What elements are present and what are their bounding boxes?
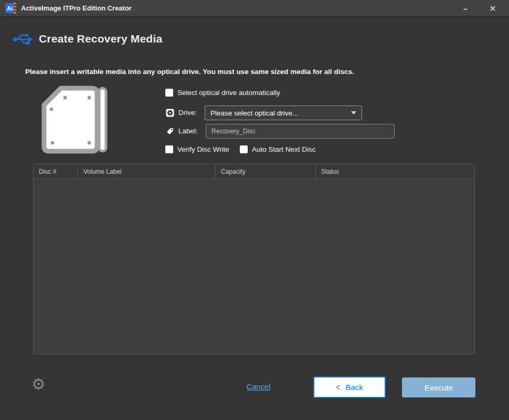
usb-icon	[13, 30, 34, 47]
auto-select-drive-row: Select optical drive automatically	[165, 89, 280, 97]
close-button[interactable]: ✕	[481, 0, 505, 17]
auto-start-next-disc-label: Auto Start Next Disc	[252, 145, 316, 153]
minimize-button[interactable]: –	[453, 0, 478, 17]
label-field-row: Label:	[166, 124, 203, 138]
execute-button[interactable]: Execute	[402, 377, 475, 397]
auto-start-next-disc-row: Auto Start Next Disc	[240, 145, 316, 153]
label-label: Label:	[178, 127, 203, 135]
auto-select-drive-label: Select optical drive automatically	[177, 89, 280, 97]
page-title: Create Recovery Media	[39, 33, 162, 45]
cancel-link[interactable]: Cancel	[247, 383, 270, 391]
auto-start-next-disc-checkbox[interactable]	[240, 145, 248, 153]
page-header: Create Recovery Media	[13, 30, 162, 47]
column-header-volume-label[interactable]: Volume Label	[78, 164, 215, 178]
disc-label-value: Recovery_Disc	[211, 128, 256, 135]
window-title: ActiveImage ITPro Edition Creator	[21, 4, 132, 12]
auto-select-drive-checkbox[interactable]	[165, 89, 173, 97]
disc-table-header: Disc # Volume Label Capacity Status	[34, 164, 474, 179]
execute-button-label: Execute	[425, 383, 453, 392]
chevron-left-icon: <	[336, 382, 340, 393]
app-logo-stripes	[14, 3, 16, 14]
verify-disc-write-checkbox[interactable]	[165, 145, 173, 153]
column-header-disc-number[interactable]: Disc #	[34, 164, 78, 178]
back-button[interactable]: < Back	[313, 376, 386, 398]
optical-drive-icon	[166, 109, 174, 117]
title-bar: Ai ActiveImage ITPro Edition Creator – ✕	[0, 0, 509, 17]
disc-label-input[interactable]: Recovery_Disc	[206, 124, 395, 139]
drive-label: Drive:	[178, 109, 203, 117]
gear-icon[interactable]: ⚙	[31, 376, 46, 392]
app-logo-text: Ai	[5, 3, 14, 13]
column-header-capacity[interactable]: Capacity	[215, 164, 315, 178]
instruction-text: Please insert a writable media into any …	[25, 68, 354, 76]
dropdown-caret-icon	[351, 111, 356, 114]
disc-table-body	[34, 179, 474, 354]
drive-select[interactable]: Please select optical drive...	[205, 106, 362, 120]
optical-media-illustration	[41, 85, 109, 156]
disc-list-table: Disc # Volume Label Capacity Status	[33, 164, 475, 354]
drive-field-row: Drive:	[166, 106, 203, 120]
tag-icon	[166, 127, 174, 135]
drive-select-value: Please select optical drive...	[210, 109, 298, 117]
back-button-label: Back	[345, 383, 363, 392]
column-header-status[interactable]: Status	[315, 164, 474, 178]
verify-disc-write-label: Verify Disc Write	[177, 145, 229, 153]
app-logo-icon: Ai	[5, 3, 16, 14]
verify-disc-write-row: Verify Disc Write	[165, 145, 229, 153]
